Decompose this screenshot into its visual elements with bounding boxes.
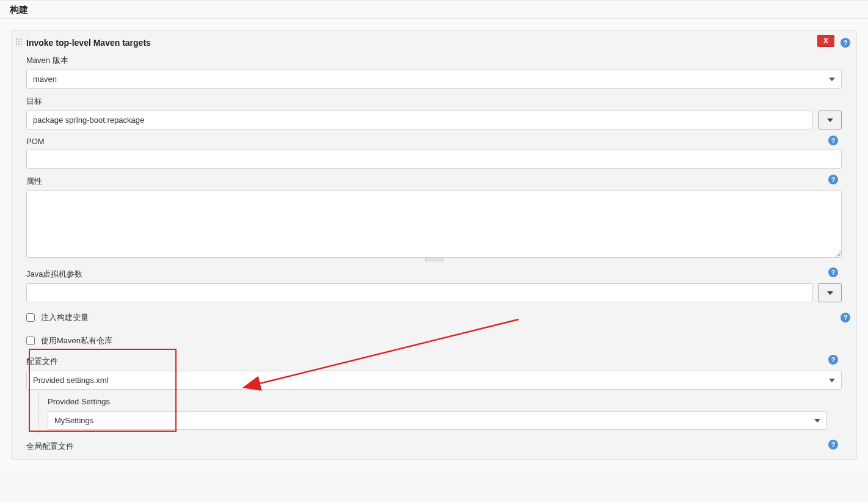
help-icon[interactable]: ? bbox=[828, 267, 838, 277]
properties-textarea[interactable] bbox=[26, 191, 842, 258]
build-step-header-row: Invoke top-level Maven targets X ? bbox=[12, 37, 856, 51]
build-steps-area: Invoke top-level Maven targets X ? Maven… bbox=[0, 19, 868, 471]
pom-input[interactable] bbox=[26, 150, 842, 169]
label-properties: 属性 bbox=[26, 176, 842, 187]
label-global-settings: 全局配置文件 bbox=[26, 441, 842, 452]
advanced-toggle-button[interactable] bbox=[818, 283, 842, 302]
help-icon[interactable]: ? bbox=[841, 38, 850, 48]
label-use-private-repo[interactable]: 使用Maven私有仓库 bbox=[41, 335, 112, 346]
label-goals: 目标 bbox=[26, 96, 842, 107]
section-header-build: 构建 bbox=[0, 0, 868, 19]
help-icon[interactable]: ? bbox=[841, 313, 850, 322]
provided-settings-indent: Provided Settings MySettings bbox=[38, 391, 842, 434]
field-group-goals: 目标 bbox=[12, 92, 856, 133]
settings-file-select[interactable]: Provided settings.xml bbox=[26, 371, 842, 390]
advanced-toggle-button[interactable] bbox=[818, 111, 842, 129]
delete-step-button[interactable]: X bbox=[817, 35, 834, 47]
use-private-repo-checkbox[interactable] bbox=[26, 336, 35, 345]
label-jvm-options: Java虚拟机参数 bbox=[26, 269, 842, 280]
help-icon[interactable]: ? bbox=[828, 136, 838, 145]
field-group-properties: 属性 ? bbox=[12, 172, 856, 265]
help-icon[interactable]: ? bbox=[828, 355, 838, 365]
help-icon[interactable]: ? bbox=[828, 175, 838, 184]
drag-handle-icon[interactable] bbox=[15, 38, 23, 46]
field-group-pom: POM ? bbox=[12, 133, 856, 172]
checkbox-row-private-repo: 使用Maven私有仓库 bbox=[12, 329, 856, 352]
label-provided-settings: Provided Settings bbox=[39, 393, 842, 410]
label-settings-file: 配置文件 bbox=[26, 356, 842, 367]
help-icon[interactable]: ? bbox=[828, 440, 838, 449]
field-group-maven-version: Maven 版本 maven bbox=[12, 51, 856, 92]
build-step-maven: Invoke top-level Maven targets X ? Maven… bbox=[11, 30, 857, 460]
build-step-title: Invoke top-level Maven targets bbox=[26, 38, 151, 48]
label-pom: POM bbox=[26, 137, 842, 146]
field-group-global-settings: 全局配置文件 ? bbox=[12, 437, 856, 452]
label-inject-build-vars[interactable]: 注入构建变量 bbox=[41, 312, 89, 323]
provided-settings-select[interactable]: MySettings bbox=[48, 411, 827, 430]
maven-version-select[interactable]: maven bbox=[26, 70, 842, 89]
textarea-resize-handle[interactable] bbox=[26, 258, 842, 261]
checkbox-row-inject-vars: 注入构建变量 ? bbox=[12, 306, 856, 329]
inject-build-vars-checkbox[interactable] bbox=[26, 313, 35, 322]
jvm-options-input[interactable] bbox=[26, 283, 813, 302]
field-group-jvm-options: Java虚拟机参数 ? bbox=[12, 265, 856, 306]
label-maven-version: Maven 版本 bbox=[26, 55, 842, 66]
field-group-settings-file: 配置文件 ? Provided settings.xml Provided Se… bbox=[12, 352, 856, 437]
goals-input[interactable] bbox=[26, 111, 813, 129]
